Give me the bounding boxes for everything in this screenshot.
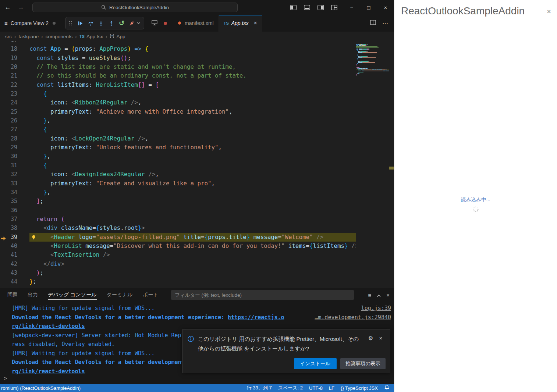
line-number[interactable]: 43: [0, 268, 29, 277]
line-number[interactable]: 26: [0, 116, 29, 125]
line-number[interactable]: 22: [0, 81, 29, 89]
breadcrumb-item-taskpane[interactable]: taskpane: [19, 34, 39, 39]
debug-restart-button[interactable]: ↺: [119, 20, 124, 26]
record-dot-icon[interactable]: [164, 22, 167, 25]
line-number[interactable]: 31: [0, 161, 29, 170]
line-number[interactable]: 27: [0, 125, 29, 134]
notification-close-icon[interactable]: ×: [379, 335, 382, 342]
minimize-icon[interactable]: −: [343, 0, 360, 15]
line-number[interactable]: 33: [0, 179, 29, 188]
code-line-41[interactable]: 41 <TextInsertion />: [0, 250, 356, 259]
code-line-24[interactable]: 24 icon: <Ribbon24Regular />,: [0, 98, 356, 107]
close-tab-icon[interactable]: ×: [253, 20, 257, 26]
split-editor-icon[interactable]: [370, 20, 376, 26]
line-number[interactable]: 20: [0, 63, 29, 71]
maximize-icon[interactable]: □: [360, 0, 377, 15]
tab-App.tsx[interactable]: TSApp.tsx×: [219, 15, 262, 32]
code-line-17[interactable]: 17: [0, 41, 356, 44]
console-input-prompt[interactable]: >: [4, 375, 7, 382]
chevron-down-icon[interactable]: [137, 22, 140, 24]
line-number[interactable]: 44: [0, 277, 29, 286]
line-number[interactable]: 35: [0, 197, 29, 206]
minimap[interactable]: [356, 41, 389, 288]
panel-close-icon[interactable]: ×: [386, 292, 390, 298]
panel-tab-ターミナル[interactable]: ターミナル: [107, 288, 133, 302]
code-line-21[interactable]: 21 // so this should be an ordinary cons…: [0, 71, 356, 80]
show-recommendations-button[interactable]: 推奨事項の表示: [340, 358, 386, 369]
breadcrumb-item-src[interactable]: src: [5, 34, 12, 39]
line-number[interactable]: 32: [0, 170, 29, 179]
panel-maximize-icon[interactable]: [377, 292, 381, 298]
code-line-32[interactable]: 32 icon: <DesignIdeas24Regular />,: [0, 170, 356, 179]
line-number[interactable]: 24: [0, 98, 29, 107]
code-line-30[interactable]: 30 },: [0, 152, 356, 161]
panel-tab-出力[interactable]: 出力: [28, 288, 38, 302]
panel-tab-デバッグ コンソール[interactable]: デバッグ コンソール: [48, 288, 97, 302]
more-actions-icon[interactable]: ⋯: [382, 20, 388, 27]
close-window-icon[interactable]: ×: [377, 0, 394, 15]
toggle-panel-icon[interactable]: [304, 5, 310, 10]
code-line-20[interactable]: 20 // The list items are static and won'…: [0, 63, 356, 71]
line-number[interactable]: 37: [0, 215, 29, 224]
line-number[interactable]: 29: [0, 143, 29, 152]
code-line-19[interactable]: 19 const styles = useStyles();: [0, 54, 356, 63]
code-line-39[interactable]: 39 <Header logo="assets/logo-filled.png"…: [0, 233, 356, 242]
line-number[interactable]: 34: [0, 188, 29, 197]
code-line-43[interactable]: 43 );: [0, 268, 356, 277]
customize-layout-icon[interactable]: [331, 5, 337, 10]
status-item[interactable]: {} TypeScript JSX: [341, 385, 378, 391]
drag-grip-icon[interactable]: [69, 21, 73, 26]
line-number[interactable]: 19: [0, 54, 29, 63]
console-line[interactable]: [HMR] Waiting for update signal from WDS…: [12, 304, 391, 313]
console-line[interactable]: Download the React DevTools for a better…: [12, 313, 391, 322]
toggle-secondary-sidebar-icon[interactable]: [317, 5, 324, 10]
code-line-25[interactable]: 25 primaryText: "Achieve more with Offic…: [0, 107, 356, 116]
debug-step-out-button[interactable]: [109, 21, 114, 26]
code-editor[interactable]: 1718const App = (props: AppProps) => {19…: [0, 41, 394, 288]
open-window-icon[interactable]: [152, 19, 158, 27]
status-item[interactable]: UTF-8: [309, 385, 323, 391]
status-item[interactable]: 行 39、列 7: [247, 385, 272, 391]
code-line-37[interactable]: 37 return (: [0, 215, 356, 224]
line-number[interactable]: 23: [0, 89, 29, 98]
code-line-23[interactable]: 23 {: [0, 89, 356, 98]
command-center-search[interactable]: ReactOutlookSampleAddin: [32, 3, 238, 12]
code-line-44[interactable]: 44};: [0, 277, 356, 286]
taskpane-close-icon[interactable]: ×: [547, 7, 551, 16]
status-debug-target[interactable]: romium) (ReactOutlookSampleAddin): [1, 385, 81, 391]
tab-manifest.xml[interactable]: manifest.xml: [172, 15, 219, 32]
code-line-34[interactable]: 34 },: [0, 188, 356, 197]
breadcrumb-item-App[interactable]: App: [110, 33, 125, 39]
bell-icon[interactable]: [384, 385, 390, 391]
install-button[interactable]: インストール: [294, 358, 337, 369]
gear-icon[interactable]: ⚙: [368, 335, 373, 342]
code-line-35[interactable]: 35 ];: [0, 197, 356, 206]
line-number[interactable]: 40: [0, 242, 29, 250]
line-number[interactable]: 28: [0, 134, 29, 143]
line-number[interactable]: 42: [0, 260, 29, 268]
panel-tab-問題[interactable]: 問題: [7, 288, 18, 302]
code-line-26[interactable]: 26 },: [0, 116, 356, 125]
line-number[interactable]: 41: [0, 250, 29, 259]
debug-step-over-button[interactable]: [88, 21, 93, 26]
line-number[interactable]: 36: [0, 206, 29, 215]
console-source-link[interactable]: log.js:39: [361, 304, 391, 313]
console-filter-input[interactable]: [171, 290, 354, 300]
line-number[interactable]: 18: [0, 44, 29, 53]
line-number[interactable]: 38: [0, 224, 29, 232]
code-line-22[interactable]: 22 const listItems: HeroListItem[] = [: [0, 81, 356, 89]
status-item[interactable]: スペース: 2: [278, 385, 303, 391]
code-line-31[interactable]: 31 {: [0, 161, 356, 170]
code-line-42[interactable]: 42 </div>: [0, 260, 356, 268]
line-number[interactable]: 17: [0, 41, 29, 44]
code-line-40[interactable]: 40 <HeroList message="Discover what this…: [0, 242, 356, 250]
compare-view-button[interactable]: ≡ Compare View 2: [4, 20, 56, 26]
code-line-28[interactable]: 28 icon: <LockOpen24Regular />,: [0, 134, 356, 143]
line-number[interactable]: 30: [0, 152, 29, 161]
breadcrumb-item-components[interactable]: components: [46, 34, 73, 39]
status-item[interactable]: LF: [329, 385, 334, 391]
debug-continue-button[interactable]: [78, 21, 83, 26]
code-line-18[interactable]: 18const App = (props: AppProps) => {: [0, 44, 356, 53]
console-source-link[interactable]: …m.development.js:29840: [315, 313, 391, 322]
code-line-33[interactable]: 33 primaryText: "Create and visualize li…: [0, 179, 356, 188]
